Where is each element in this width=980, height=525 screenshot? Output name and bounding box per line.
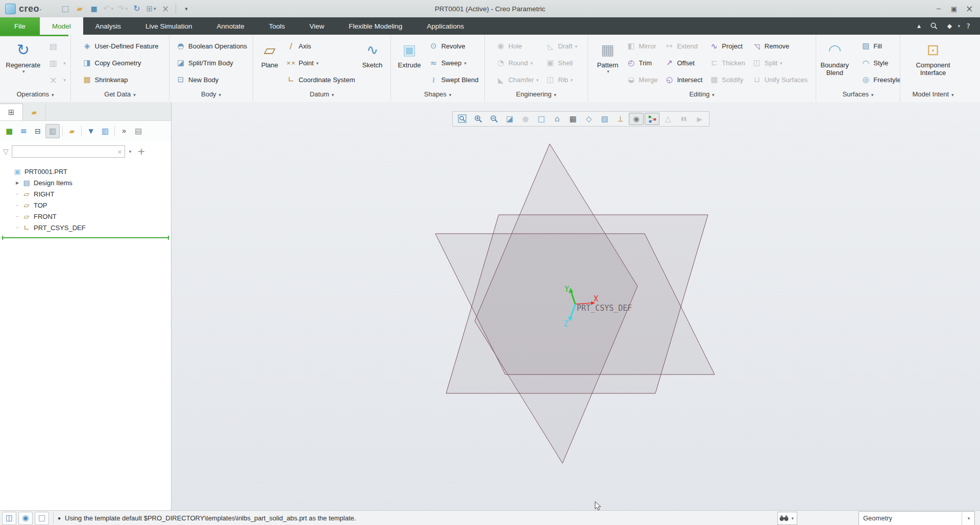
graphics-area[interactable]: Y X Z PRT_CSYS_DEF ◪●□⌂▦◇▨⟂◉△▮▮▶ [172,102,980,510]
group-label-model-intent[interactable]: Model Intent ▾ [900,90,966,102]
boolean-operations-button[interactable]: ◓Boolean Operations [173,38,249,55]
clear-filter-icon[interactable]: × [117,148,122,155]
dropdown-arrow-icon[interactable]: ▾ [111,6,113,11]
fill-button[interactable]: ▨Fill [858,38,902,55]
split-trim-body-button[interactable]: ◪Split/Trim Body [173,55,249,71]
zoom-in-button[interactable] [471,113,485,125]
trim-button[interactable]: ◴Trim [624,55,660,71]
expand-arrow-icon[interactable]: ▶ [13,181,21,185]
add-filter-icon[interactable]: + [137,147,145,156]
learning-center-button[interactable]: ◆▾ [942,19,960,33]
dropdown-arrow-icon[interactable]: ▾ [607,69,609,74]
annotation-display-button[interactable]: ◉ [629,113,644,125]
tab-tools[interactable]: Tools [257,17,298,35]
model-tree-tab[interactable]: ⊞ [0,104,23,120]
regenerate-button[interactable]: ↻Regenerate▾ [3,38,43,75]
tree-item-right[interactable]: –▱RIGHT [0,188,171,199]
collapse-ribbon-button[interactable]: ▲ [912,19,926,33]
boundary-blend-button[interactable]: ◠Boundary Blend [813,38,856,78]
group-label-body[interactable]: Body ▾ [169,90,253,102]
windows-button[interactable]: ⊞▾ [144,2,158,15]
coordinate-system-button[interactable]: ∟Coordinate System [283,71,357,88]
pattern-button[interactable]: ▦Pattern▾ [594,38,622,75]
group-flyout-icon[interactable]: ▾ [448,92,451,97]
tab-annotate[interactable]: Annotate [205,17,257,35]
component-interface-button[interactable]: ⊡Component Interface [912,38,954,78]
revolve-button[interactable]: ⊙Revolve [426,38,480,55]
group-flyout-icon[interactable]: ▾ [950,92,953,97]
filter-history-dropdown-icon[interactable]: ▾ [129,149,132,154]
group-label-datum[interactable]: Datum ▾ [253,90,390,102]
saved-orientations-button[interactable]: ⌂ [550,113,565,125]
tab-flexible-modeling[interactable]: Flexible Modeling [336,17,414,35]
datum-display-button[interactable]: ⟂ [613,113,628,125]
close-window-button[interactable]: × [159,2,172,15]
tree-item-top[interactable]: –▱TOP [0,199,171,211]
new-body-button[interactable]: ⊡New Body [173,71,249,88]
group-label-operations[interactable]: Operations ▾ [0,90,70,102]
customize-qat-button[interactable]: ▾ [180,2,193,15]
group-flyout-icon[interactable]: ▾ [553,92,556,97]
regenerate-quick-button[interactable]: ↻ [130,2,143,15]
group-label-get-data[interactable]: Get Data ▾ [71,90,169,102]
tab-applications[interactable]: Applications [414,17,476,35]
close-button[interactable]: × [962,2,977,15]
open-file-button[interactable]: ▰ [73,2,86,15]
tree-settings-button[interactable]: ▤ [132,124,145,138]
tree-filters-button[interactable]: ▼ [84,124,97,138]
tab-analysis[interactable]: Analysis [83,17,133,35]
shading-options-button[interactable]: ● [518,113,533,125]
style-button[interactable]: ◠Style [858,55,902,71]
dropdown-arrow-icon[interactable]: ▾ [125,6,128,11]
group-flyout-icon[interactable]: ▾ [217,92,221,97]
dropdown-arrow-icon[interactable]: ▾ [22,69,25,74]
group-label-editing[interactable]: Editing ▾ [588,90,816,102]
selection-filter-select[interactable]: Geometry ▾ [859,511,975,525]
group-flyout-icon[interactable]: ▾ [50,92,54,97]
save-button[interactable]: ■ [87,2,101,15]
toolbar-overflow-button[interactable]: » [117,124,131,138]
tree-columns-toggle-button[interactable]: ▥ [45,124,60,138]
tree-item-prt-csys-def[interactable]: –∟PRT_CSYS_DEF [0,222,171,233]
tree-filter-input[interactable] [14,147,117,156]
folder-browser-tab[interactable]: ▰ [23,104,46,120]
perspective-button[interactable]: ◇ [581,113,596,125]
offset-button[interactable]: ↗Offset [662,55,704,71]
user-defined-feature-button[interactable]: ◈User-Defined Feature [80,38,161,55]
group-label-shapes[interactable]: Shapes ▾ [391,90,484,102]
search-button[interactable] [927,19,941,33]
fullscreen-toggle-button[interactable]: □ [35,512,49,525]
axis-button[interactable]: ∕Axis [283,38,357,55]
group-flyout-icon[interactable]: ▾ [132,92,135,97]
tab-model[interactable]: Model [40,17,83,35]
project-button[interactable]: ∿Project [706,38,747,55]
refit-button[interactable] [455,113,470,125]
insert-here-indicator[interactable] [2,237,169,238]
spin-center-button[interactable] [645,113,659,125]
find-tool[interactable]: ▾ [777,512,797,525]
dropdown-arrow-icon[interactable]: ▾ [154,6,156,11]
group-flyout-icon[interactable]: ▾ [870,92,873,97]
repaint-button[interactable]: ◪ [502,113,517,125]
tab-live-simulation[interactable]: Live Simulation [133,17,205,35]
group-flyout-icon[interactable]: ▾ [330,92,334,97]
tree-column-display-button[interactable]: ▥ [99,124,112,138]
plane-button[interactable]: ▱Plane [258,38,281,70]
tree-item-prt0001-prt[interactable]: ▣PRT0001.PRT [0,166,171,177]
swept-blend-button[interactable]: ≀Swept Blend [426,71,480,88]
dropdown-arrow-icon[interactable]: ▾ [464,61,467,66]
navigator-toggle-button[interactable]: ◫ [2,512,16,525]
zoom-out-button[interactable] [486,113,501,125]
group-flyout-icon[interactable]: ▾ [710,92,714,97]
dropdown-arrow-icon[interactable]: ▾ [316,61,319,66]
expand-items-button[interactable]: ≡ [17,124,30,138]
group-label-surfaces[interactable]: Surfaces ▾ [816,90,900,102]
tab-file[interactable]: File [0,17,40,35]
tree-item-design-items[interactable]: ▶▤Design Items [0,177,171,188]
browser-toggle-button[interactable]: ◉ [18,512,33,525]
point-button[interactable]: ××Point▾ [283,55,357,71]
sweep-button[interactable]: ≈Sweep▾ [426,55,480,71]
new-file-button[interactable]: □ [59,2,72,15]
undo-button[interactable]: ↶▾ [102,2,115,15]
sketch-button[interactable]: ∿Sketch [359,38,386,70]
